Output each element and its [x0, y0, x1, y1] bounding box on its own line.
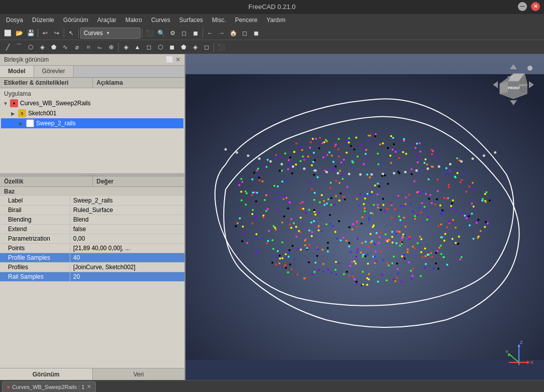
curve-btn-8[interactable]: ⌗ — [83, 42, 94, 53]
nav-btn-5[interactable]: ◼ — [251, 28, 262, 39]
prop-row-profilesamples[interactable]: Profile Samples 40 — [0, 253, 185, 263]
tree-item-root[interactable]: ▼ ● Curves_WB_Sweep2Rails — [1, 98, 184, 108]
menu-item-düzenle[interactable]: Düzenle — [28, 15, 58, 26]
tree-expand-root[interactable]: ▼ — [3, 101, 10, 106]
toolbar-row-1: ⬜ 📂 💾 ↩ ↪ ↖ Curves ▼ ⬛ 🔍 ⚙ ◻ ◼ ← → 🏠 ◻ ◼ — [0, 26, 544, 40]
nav-btn-3[interactable]: 🏠 — [228, 28, 239, 39]
svg-text:Z: Z — [520, 340, 523, 345]
curve-btn-1[interactable]: ╱ — [2, 42, 13, 53]
expand-icon[interactable]: ⬜ — [166, 56, 173, 63]
nav-cube[interactable]: FRONT RIGHT TOP — [491, 62, 536, 107]
surf-btn-3[interactable]: ◻ — [143, 42, 154, 53]
prop-row-railsamples[interactable]: Rail Samples 20 — [0, 272, 185, 282]
viewport-tab-close[interactable]: ✕ — [87, 383, 91, 390]
nav-btn-2[interactable]: → — [216, 28, 227, 39]
separator-3 — [78, 29, 79, 38]
surf-btn-8[interactable]: ◻ — [201, 42, 212, 53]
combined-view-header: Birleşik görünüm ⬜ ✕ — [0, 54, 185, 66]
surf-btn-1[interactable]: ◈ — [120, 42, 131, 53]
menu-item-makro[interactable]: Makro — [121, 15, 146, 26]
misc-btn-1[interactable]: ⬛ — [216, 42, 227, 53]
tab-model[interactable]: Model — [0, 66, 34, 77]
tree-item-sketch001[interactable]: ▶ S Sketch001 — [1, 108, 184, 118]
curve-btn-9[interactable]: ⌙ — [94, 42, 105, 53]
menu-bar: DosyaDüzenleGörünümAraçlarMakroCurvesSur… — [0, 14, 544, 26]
curve-btn-10[interactable]: ⊕ — [106, 42, 117, 53]
close-button[interactable]: ✕ — [531, 2, 540, 11]
tree-expand-sweep[interactable]: ▶ — [19, 121, 26, 126]
view-btn-2[interactable]: 🔍 — [155, 28, 166, 39]
prop-val-profiles: [JoinCurve, Sketch002] — [70, 263, 185, 272]
curve-btn-5[interactable]: ⬟ — [48, 42, 59, 53]
tab-tasks[interactable]: Görevler — [34, 66, 74, 77]
right-viewport[interactable]: FRONT RIGHT TOP Z X — [186, 54, 544, 380]
view-btn-5[interactable]: ◼ — [190, 28, 201, 39]
tree-item-sweep[interactable]: ▶ S Sweep_2_rails — [1, 118, 184, 128]
undo-button[interactable]: ↩ — [40, 28, 51, 39]
viewport-tab[interactable]: ● Curves_WB_Sweep2Rails : 1 ✕ — [2, 381, 96, 393]
surf-btn-4[interactable]: ⬡ — [155, 42, 166, 53]
open-button[interactable]: 📂 — [14, 28, 25, 39]
menu-item-surfaces[interactable]: Surfaces — [175, 15, 207, 26]
tab-icon: ● — [7, 383, 10, 390]
nav-btn-1[interactable]: ← — [205, 28, 216, 39]
view-btn-4[interactable]: ◻ — [178, 28, 190, 39]
curve-btn-4[interactable]: ◈ — [37, 42, 48, 53]
curve-btn-7[interactable]: ⌀ — [71, 42, 82, 53]
prop-val-profilesamples: 40 — [70, 253, 185, 262]
curve-btn-3[interactable]: ⬡ — [25, 42, 36, 53]
surf-btn-7[interactable]: ◈ — [190, 42, 201, 53]
tree-area[interactable]: Uygulama ▼ ● Curves_WB_Sweep2Rails ▶ S S… — [0, 88, 185, 173]
lbt-view[interactable]: Görünüm — [0, 368, 93, 380]
surf-btn-6[interactable]: ⬟ — [178, 42, 189, 53]
curve-btn-6[interactable]: ∿ — [60, 42, 71, 53]
svg-text:RIGHT: RIGHT — [519, 84, 527, 87]
tree-icon-sweep: S — [26, 119, 34, 127]
workbench-label: Curves — [84, 30, 103, 37]
svg-text:TOP: TOP — [507, 76, 513, 79]
menu-item-dosya[interactable]: Dosya — [2, 15, 27, 26]
menu-item-yardım[interactable]: Yardım — [263, 15, 290, 26]
toolbar-row-2: ╱ ⌒ ⬡ ◈ ⬟ ∿ ⌀ ⌗ ⌙ ⊕ ◈ ▲ ◻ ⬡ ◼ ⬟ ◈ ◻ ⬛ — [0, 40, 544, 54]
tree-expand-sketch[interactable]: ▶ — [11, 111, 18, 116]
menu-item-curves[interactable]: Curves — [147, 15, 174, 26]
axes-widget: Z X Y — [504, 340, 534, 370]
app-label: Uygulama — [1, 89, 184, 98]
surf-btn-5[interactable]: ◼ — [166, 42, 177, 53]
menu-item-görünüm[interactable]: Görünüm — [59, 15, 92, 26]
prop-row-extend[interactable]: Extend false — [0, 225, 185, 234]
prop-row-param[interactable]: Parametrization 0,00 — [0, 234, 185, 244]
minimize-button[interactable]: — — [518, 2, 527, 11]
workbench-dropdown[interactable]: Curves ▼ — [80, 28, 140, 39]
separator-4 — [142, 29, 142, 38]
select-button[interactable]: ↖ — [66, 28, 77, 39]
lbt-data[interactable]: Veri — [93, 368, 185, 380]
redo-button[interactable]: ↪ — [51, 28, 62, 39]
prop-val-railsamples: 20 — [70, 272, 185, 281]
menu-item-araçlar[interactable]: Araçlar — [93, 15, 120, 26]
left-bottom-tabs: Görünüm Veri — [0, 368, 185, 380]
prop-row-points[interactable]: Points [21,89 40,00 0,00], ... — [0, 244, 185, 253]
dot-canvas — [186, 54, 544, 380]
tree-label-sketch001: Sketch001 — [28, 110, 57, 117]
menu-item-misc.[interactable]: Misc. — [208, 15, 230, 26]
prop-val-birail: Ruled_Surface — [70, 206, 185, 215]
app-title: FreeCAD 0.21.0 — [249, 3, 296, 11]
view-btn-3[interactable]: ⚙ — [167, 28, 178, 39]
prop-row-profiles[interactable]: Profiles [JoinCurve, Sketch002] — [0, 263, 185, 272]
prop-row-label[interactable]: Label Sweep_2_rails — [0, 196, 185, 206]
tree-icon-root: ● — [10, 99, 18, 107]
prop-name-birail: Birail — [0, 206, 70, 215]
close-panel-icon[interactable]: ✕ — [175, 56, 180, 63]
surf-btn-2[interactable]: ▲ — [132, 42, 143, 53]
svg-line-19 — [509, 354, 519, 362]
prop-row-blending[interactable]: Blending Blend — [0, 215, 185, 225]
nav-btn-4[interactable]: ◻ — [239, 28, 250, 39]
prop-val-blending: Blend — [70, 215, 185, 224]
view-btn-1[interactable]: ⬛ — [144, 28, 155, 39]
menu-item-pencere[interactable]: Pencere — [231, 15, 262, 26]
save-button[interactable]: 💾 — [25, 28, 36, 39]
curve-btn-2[interactable]: ⌒ — [14, 42, 25, 53]
prop-row-birail[interactable]: Birail Ruled_Surface — [0, 206, 185, 215]
new-button[interactable]: ⬜ — [2, 28, 13, 39]
